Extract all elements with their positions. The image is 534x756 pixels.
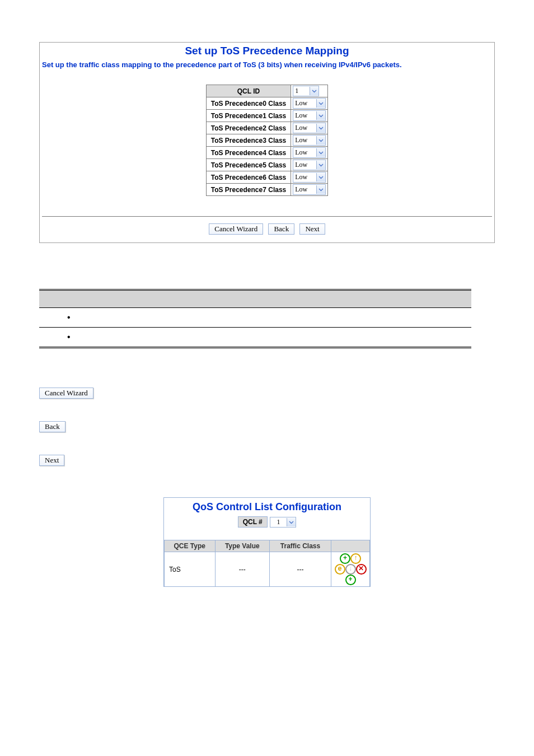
tos-row-value: Low xyxy=(293,148,316,157)
tos-row-value: Low xyxy=(293,111,316,120)
qce-row-icons: +↑ e↓✕ + xyxy=(331,552,370,587)
tos-row-label: ToS Precedence0 Class xyxy=(206,97,291,110)
tos-row-select-3[interactable]: Low xyxy=(293,135,326,146)
qos-qcl-label: QCL # xyxy=(238,516,268,528)
cancel-wizard-button[interactable]: Cancel Wizard xyxy=(209,223,263,235)
tos-row-label: ToS Precedence2 Class xyxy=(206,122,291,134)
qce-row-class: --- xyxy=(270,552,331,587)
doc-row-1: • xyxy=(39,308,180,328)
qos-qcl-row: QCL # 1 xyxy=(164,514,370,540)
tos-wizard-panel: Set up ToS Precedence Mapping Set up the… xyxy=(39,42,495,243)
tos-row-label: ToS Precedence1 Class xyxy=(206,110,291,122)
chevron-down-icon xyxy=(316,148,325,157)
delete-icon[interactable]: ✕ xyxy=(356,564,367,575)
back-button[interactable]: Back xyxy=(268,223,294,235)
tos-row-select-2[interactable]: Low xyxy=(293,123,326,133)
tos-row-select-5[interactable]: Low xyxy=(293,160,326,170)
chevron-down-icon xyxy=(316,136,325,144)
tos-row-label: ToS Precedence3 Class xyxy=(206,134,291,147)
doc-row-2: • xyxy=(39,328,180,348)
tos-wizard-inner: Set up ToS Precedence Mapping Set up the… xyxy=(40,43,494,242)
chevron-down-icon xyxy=(316,124,325,132)
move-down-icon[interactable]: ↓ xyxy=(345,564,356,575)
tos-row-select-6[interactable]: Low xyxy=(293,172,326,183)
sa-next-button[interactable]: Next xyxy=(39,455,64,466)
tos-row-select-7[interactable]: Low xyxy=(293,184,326,195)
tos-mapping-table: QCL ID 1 ToS Precedence0 Class Low ToS P… xyxy=(206,85,329,196)
chevron-down-icon xyxy=(316,161,325,169)
qos-title: QoS Control List Configuration xyxy=(164,498,370,514)
add-below-icon[interactable]: + xyxy=(345,575,356,585)
qce-col-class: Traffic Class xyxy=(270,540,331,552)
tos-row-value: Low xyxy=(293,185,316,194)
qos-panel: QoS Control List Configuration QCL # 1 Q… xyxy=(163,497,371,587)
qos-qcl-value: 1 xyxy=(270,518,287,526)
tos-row-label: ToS Precedence6 Class xyxy=(206,171,291,184)
move-up-icon[interactable]: ↑ xyxy=(350,553,361,564)
qcl-id-select[interactable]: 1 xyxy=(293,86,319,96)
tos-row-select-4[interactable]: Low xyxy=(293,147,326,158)
wizard-button-row: Cancel Wizard Back Next xyxy=(42,217,492,242)
tos-row-value: Low xyxy=(293,124,316,132)
tos-row-label: ToS Precedence5 Class xyxy=(206,159,291,171)
edit-icon[interactable]: e xyxy=(335,564,345,575)
tos-row-select-0[interactable]: Low xyxy=(293,98,326,109)
tos-row-label: ToS Precedence7 Class xyxy=(206,184,291,196)
tos-row-value: Low xyxy=(293,161,316,169)
qce-row-value: --- xyxy=(215,552,270,587)
qcl-id-header: QCL ID xyxy=(206,85,291,97)
qce-row-type: ToS xyxy=(165,552,216,587)
add-icon[interactable]: + xyxy=(340,553,350,564)
doc-header-1 xyxy=(39,290,180,308)
chevron-down-icon xyxy=(316,99,325,108)
wizard-subtitle: Set up the traffic class mapping to the … xyxy=(42,60,492,69)
tos-row-value: Low xyxy=(293,136,316,144)
qce-col-actions xyxy=(331,540,370,552)
sa-back-button[interactable]: Back xyxy=(39,421,65,432)
qce-col-value: Type Value xyxy=(215,540,270,552)
doc-header-2 xyxy=(180,290,471,308)
chevron-down-icon xyxy=(316,185,325,194)
chevron-down-icon xyxy=(287,518,296,526)
chevron-down-icon xyxy=(310,87,318,95)
qos-qcl-select[interactable]: 1 xyxy=(270,517,296,528)
qce-table: QCE Type Type Value Traffic Class ToS --… xyxy=(164,540,370,586)
qce-col-type: QCE Type xyxy=(165,540,216,552)
tos-row-value: Low xyxy=(293,173,316,181)
tos-row-select-1[interactable]: Low xyxy=(293,110,326,121)
tos-row-value: Low xyxy=(293,99,316,108)
chevron-down-icon xyxy=(316,111,325,120)
sa-cancel-wizard-button[interactable]: Cancel Wizard xyxy=(39,388,93,399)
next-button[interactable]: Next xyxy=(299,223,325,235)
qcl-id-value: 1 xyxy=(293,87,310,95)
doc-parameter-table: • • xyxy=(39,289,471,348)
tos-row-label: ToS Precedence4 Class xyxy=(206,147,291,159)
wizard-title: Set up ToS Precedence Mapping xyxy=(42,45,492,57)
chevron-down-icon xyxy=(316,173,325,181)
